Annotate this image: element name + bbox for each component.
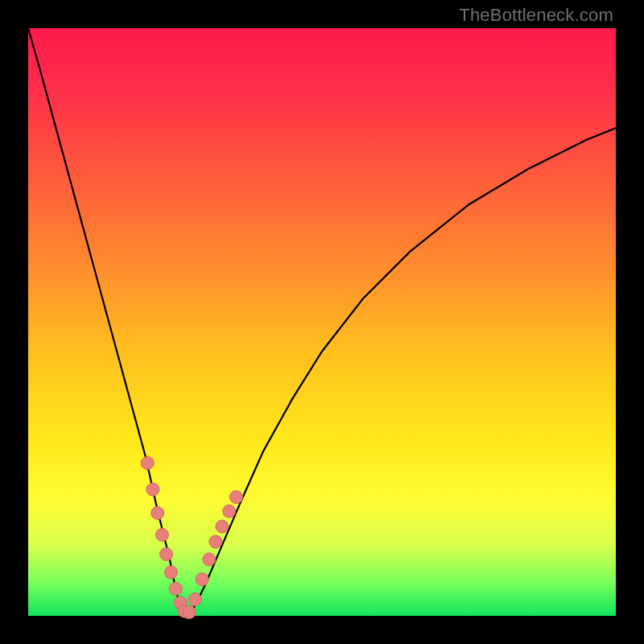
sample-dot [188, 593, 201, 606]
bottleneck-curve [28, 28, 616, 616]
sample-dot [196, 573, 208, 586]
sample-dot [174, 597, 187, 609]
chart-frame: TheBottleneck.com [0, 0, 644, 644]
sample-dot [209, 535, 222, 548]
plot-area [28, 28, 616, 616]
sample-dot [203, 553, 216, 566]
sample-dot [223, 505, 236, 518]
sample-dot [141, 456, 154, 469]
sample-dot [164, 566, 177, 579]
watermark-text: TheBottleneck.com [459, 5, 613, 26]
sample-dot [216, 520, 229, 533]
sample-dot [160, 547, 173, 560]
sample-dot [183, 606, 196, 619]
sample-dot [229, 491, 242, 504]
sample-dot [178, 605, 191, 617]
dot-group [141, 456, 242, 618]
sample-dot [169, 582, 182, 595]
sample-dot [147, 483, 159, 496]
sample-dot [151, 506, 164, 519]
sample-dot [155, 528, 168, 541]
curve-svg [28, 28, 616, 616]
